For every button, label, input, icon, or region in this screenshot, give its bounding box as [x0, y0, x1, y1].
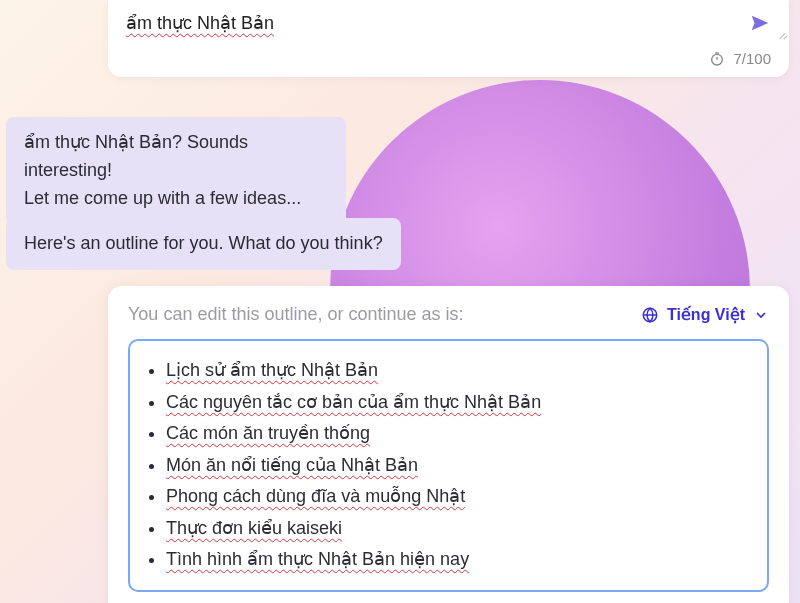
message-line: Here's an outline for you. What do you t… [24, 233, 383, 253]
list-item[interactable]: Các nguyên tắc cơ bản của ẩm thực Nhật B… [166, 387, 751, 419]
list-item[interactable]: Các món ăn truyền thống [166, 418, 751, 450]
list-item[interactable]: Món ăn nổi tiếng của Nhật Bản [166, 450, 751, 482]
send-icon[interactable] [749, 12, 771, 34]
timer-icon [709, 51, 725, 67]
prompt-input[interactable]: ẩm thực Nhật Bản [126, 12, 739, 34]
list-item[interactable]: Tình hình ẩm thực Nhật Bản hiện nay [166, 544, 751, 576]
assistant-message-2: Here's an outline for you. What do you t… [6, 218, 401, 270]
globe-icon [641, 306, 659, 324]
counter-text: 7/100 [733, 50, 771, 67]
language-selector[interactable]: Tiếng Việt [641, 305, 769, 324]
prompt-input-card: ẩm thực Nhật Bản 7/100 [108, 0, 789, 77]
outline-editor[interactable]: Lịch sử ẩm thực Nhật Bản Các nguyên tắc … [128, 339, 769, 592]
outline-hint: You can edit this outline, or continue a… [128, 304, 464, 325]
list-item[interactable]: Lịch sử ẩm thực Nhật Bản [166, 355, 751, 387]
message-line: Let me come up with a few ideas... [24, 185, 328, 213]
outline-card: You can edit this outline, or continue a… [108, 286, 789, 603]
language-label: Tiếng Việt [667, 305, 745, 324]
assistant-message-1: ẩm thực Nhật Bản? Sounds interesting! Le… [6, 117, 346, 225]
outline-list: Lịch sử ẩm thực Nhật Bản Các nguyên tắc … [166, 355, 751, 576]
list-item[interactable]: Phong cách dùng đĩa và muỗng Nhật [166, 481, 751, 513]
list-item[interactable]: Thực đơn kiểu kaiseki [166, 513, 751, 545]
resize-handle-icon[interactable] [775, 30, 785, 40]
chevron-down-icon [753, 307, 769, 323]
credit-counter: 7/100 [126, 50, 771, 67]
message-line: ẩm thực Nhật Bản? Sounds interesting! [24, 129, 328, 185]
